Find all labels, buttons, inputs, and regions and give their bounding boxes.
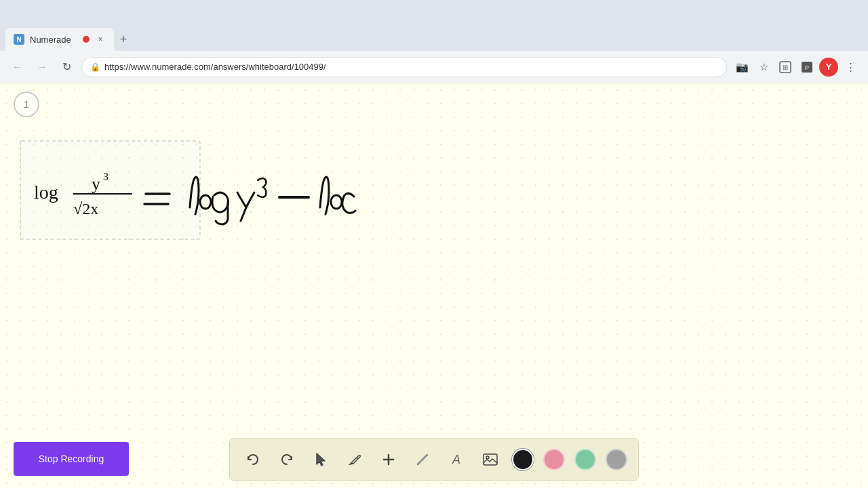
extension2-button[interactable]: P bbox=[797, 58, 816, 77]
back-button[interactable]: ← bbox=[8, 58, 27, 77]
svg-text:A: A bbox=[452, 453, 460, 466]
add-button[interactable] bbox=[376, 447, 401, 472]
svg-text:P: P bbox=[805, 64, 809, 71]
stop-recording-button[interactable]: Stop Recording bbox=[14, 442, 129, 476]
user-avatar[interactable]: Y bbox=[819, 58, 838, 77]
svg-text:y: y bbox=[92, 174, 100, 194]
nav-actions: 📷 ☆ ⊞ P Y ⋮ bbox=[732, 58, 860, 77]
color-gray[interactable] bbox=[606, 449, 627, 470]
address-bar[interactable]: 🔒 https://www.numerade.com/answers/white… bbox=[81, 57, 727, 77]
text-tool-button[interactable]: A bbox=[444, 447, 469, 472]
menu-button[interactable]: ⋮ bbox=[841, 58, 860, 77]
nav-bar: ← → ↻ 🔒 https://www.numerade.com/answers… bbox=[0, 51, 868, 83]
svg-text:√2x: √2x bbox=[73, 200, 98, 218]
redo-button[interactable] bbox=[275, 447, 299, 472]
whiteboard: 1 log y 3 √2x bbox=[0, 83, 868, 488]
math-expression: log y 3 √2x bbox=[14, 134, 420, 283]
new-tab-button[interactable]: + bbox=[114, 30, 133, 49]
tab-favicon: N bbox=[14, 34, 24, 45]
svg-text:N: N bbox=[16, 36, 21, 43]
toolbar: A bbox=[229, 438, 639, 481]
url-text: https://www.numerade.com/answers/whitebo… bbox=[104, 62, 326, 72]
svg-point-14 bbox=[200, 195, 211, 209]
tab-close-button[interactable]: × bbox=[95, 34, 106, 45]
image-button[interactable] bbox=[478, 447, 502, 472]
tab-title: Numerade bbox=[30, 35, 77, 45]
forward-button[interactable]: → bbox=[33, 58, 52, 77]
extension1-button[interactable]: ⊞ bbox=[776, 58, 795, 77]
page-indicator: 1 bbox=[14, 92, 39, 117]
svg-text:log: log bbox=[34, 182, 58, 203]
camera-button[interactable]: 📷 bbox=[732, 58, 751, 77]
lock-icon: 🔒 bbox=[90, 62, 100, 72]
svg-point-23 bbox=[486, 456, 489, 459]
eraser-button[interactable] bbox=[410, 447, 435, 472]
undo-button[interactable] bbox=[241, 447, 265, 472]
active-tab[interactable]: N Numerade × bbox=[5, 28, 114, 51]
recording-indicator bbox=[83, 36, 90, 43]
pen-tool-button[interactable] bbox=[342, 447, 367, 472]
svg-line-20 bbox=[418, 455, 427, 464]
svg-line-17 bbox=[357, 458, 358, 459]
bookmark-button[interactable]: ☆ bbox=[754, 58, 773, 77]
select-tool-button[interactable] bbox=[309, 447, 333, 472]
title-bar bbox=[0, 0, 868, 24]
color-pink[interactable] bbox=[543, 449, 565, 470]
svg-text:3: 3 bbox=[103, 171, 108, 182]
svg-point-16 bbox=[331, 195, 342, 209]
color-green[interactable] bbox=[574, 449, 596, 470]
reload-button[interactable]: ↻ bbox=[57, 58, 76, 77]
svg-rect-22 bbox=[484, 454, 497, 465]
color-black[interactable] bbox=[512, 449, 534, 470]
tab-bar: N Numerade × + bbox=[0, 24, 868, 51]
svg-text:⊞: ⊞ bbox=[783, 64, 788, 71]
